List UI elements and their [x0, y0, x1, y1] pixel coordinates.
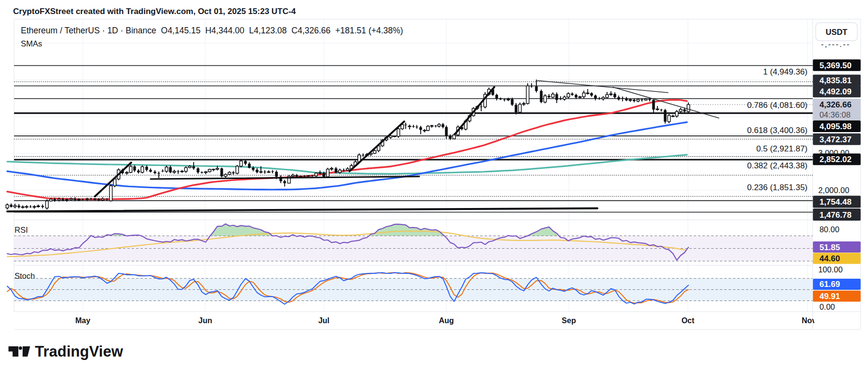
- svg-text:0.00: 0.00: [820, 302, 835, 311]
- svg-text:Oct: Oct: [682, 316, 695, 325]
- svg-text:0.236 (1,851.35): 0.236 (1,851.35): [747, 183, 807, 192]
- svg-text:Sep: Sep: [562, 316, 576, 325]
- svg-text:USDT: USDT: [826, 28, 848, 36]
- svg-text:SMAs: SMAs: [21, 39, 42, 48]
- svg-text:0.618 (3,400.36): 0.618 (3,400.36): [747, 126, 807, 135]
- svg-text:May: May: [75, 316, 90, 325]
- svg-text:61.69: 61.69: [820, 280, 840, 289]
- svg-text:0.382 (2,443.38): 0.382 (2,443.38): [747, 161, 807, 170]
- svg-text:0.786 (4,081.60): 0.786 (4,081.60): [747, 101, 807, 110]
- svg-text:1,476.78: 1,476.78: [820, 210, 852, 220]
- svg-text:49.91: 49.91: [820, 292, 840, 301]
- svg-text:04:36:08: 04:36:08: [820, 110, 851, 119]
- svg-text:4,095.98: 4,095.98: [820, 122, 852, 131]
- svg-text:Ethereum / TetherUS · 1D · Bin: Ethereum / TetherUS · 1D · Binance O4,14…: [21, 26, 403, 35]
- svg-text:Jun: Jun: [198, 316, 212, 325]
- svg-text:80.00: 80.00: [820, 225, 839, 234]
- svg-text:Nov: Nov: [802, 316, 816, 325]
- svg-text:1,754.48: 1,754.48: [820, 197, 852, 207]
- svg-text:Jul: Jul: [318, 316, 329, 325]
- svg-text:4,326.66: 4,326.66: [820, 100, 852, 109]
- svg-text:4,835.81: 4,835.81: [820, 76, 852, 85]
- svg-text:Stoch: Stoch: [15, 271, 35, 280]
- svg-text:4,492.09: 4,492.09: [820, 87, 852, 96]
- svg-text:2,000.00: 2,000.00: [818, 186, 849, 194]
- svg-text:51.85: 51.85: [820, 243, 840, 252]
- svg-text:TradingView: TradingView: [35, 343, 123, 360]
- svg-text:44.60: 44.60: [820, 254, 840, 263]
- svg-text:2,852.02: 2,852.02: [820, 155, 852, 164]
- svg-text:-,---.--: -,---.--: [821, 40, 851, 48]
- svg-text:Aug: Aug: [439, 316, 454, 325]
- svg-text:0.5 (2,921.87): 0.5 (2,921.87): [756, 144, 807, 153]
- svg-text:CryptoFXStreet created with Tr: CryptoFXStreet created with TradingView.…: [13, 7, 296, 16]
- svg-text:5,369.50: 5,369.50: [820, 61, 852, 70]
- svg-text:RSI: RSI: [15, 225, 28, 234]
- svg-text:1 (4,949.36): 1 (4,949.36): [763, 67, 807, 76]
- svg-text:100.00: 100.00: [818, 265, 842, 274]
- svg-text:3,472.37: 3,472.37: [820, 135, 852, 144]
